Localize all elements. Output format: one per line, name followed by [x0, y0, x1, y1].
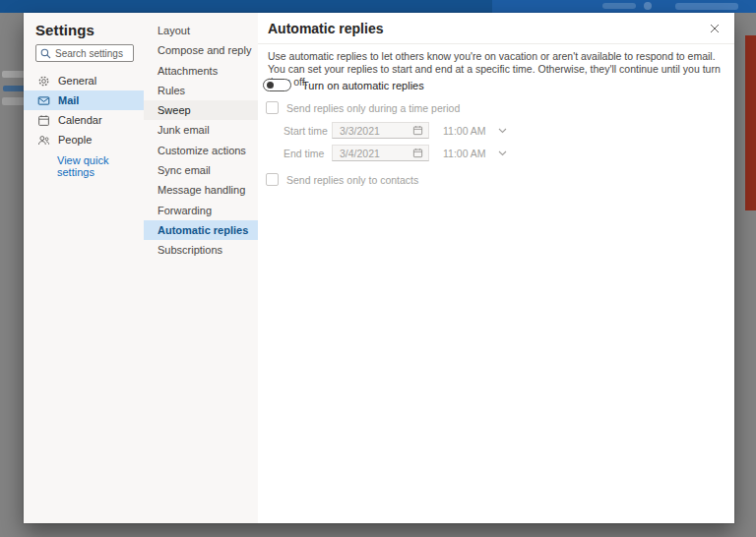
sidebar-item-label: Mail — [58, 94, 79, 106]
settings-sidebar: Settings General Mail — [24, 13, 144, 523]
category-subscriptions[interactable]: Subscriptions — [144, 240, 258, 260]
sidebar-item-label: People — [58, 134, 92, 146]
calendar-picker-icon[interactable] — [412, 125, 423, 136]
close-icon — [710, 24, 720, 33]
start-time-row: Start time 3/3/2021 11:00 AM — [284, 122, 507, 139]
end-time-value[interactable]: 11:00 AM — [443, 148, 486, 159]
search-input[interactable] — [51, 48, 126, 59]
category-junk-email[interactable]: Junk email — [144, 120, 258, 140]
calendar-picker-icon[interactable] — [412, 148, 423, 158]
end-date-input[interactable]: 3/4/2021 — [332, 145, 429, 161]
sidebar-item-mail[interactable]: Mail — [24, 90, 144, 110]
settings-search-box[interactable] — [35, 44, 134, 62]
sidebar-item-people[interactable]: People — [24, 130, 144, 149]
checkbox-unchecked-icon[interactable] — [266, 173, 279, 186]
toggle-label: Turn on automatic replies — [302, 80, 424, 91]
category-layout[interactable]: Layout — [144, 21, 258, 40]
checkbox-label: Send replies only during a time period — [286, 102, 460, 114]
category-message-handling[interactable]: Message handling — [144, 180, 258, 200]
start-time-label: Start time — [284, 125, 332, 137]
category-customize-actions[interactable]: Customize actions — [144, 141, 258, 160]
turn-on-automatic-replies-toggle[interactable]: Turn on automatic replies — [263, 79, 424, 91]
category-sync-email[interactable]: Sync email — [144, 160, 258, 180]
category-compose-and-reply[interactable]: Compose and reply — [144, 40, 258, 60]
category-forwarding[interactable]: Forwarding — [144, 201, 258, 220]
page-title: Automatic replies — [268, 21, 383, 36]
gear-icon — [37, 74, 51, 88]
sidebar-item-label: General — [58, 75, 96, 87]
chevron-down-icon[interactable] — [498, 150, 507, 156]
end-date-value: 3/4/2021 — [340, 148, 412, 159]
checkbox-label: Send replies only to contacts — [286, 174, 418, 186]
toggle-off-icon[interactable] — [263, 79, 291, 91]
end-time-row: End time 3/4/2021 11:00 AM — [284, 145, 507, 161]
start-date-value: 3/3/2021 — [340, 125, 412, 137]
top-bar-menu-remnant — [602, 3, 636, 9]
checkbox-unchecked-icon[interactable] — [266, 101, 279, 114]
chevron-down-icon[interactable] — [498, 128, 507, 134]
top-bar-icon-remnant — [644, 2, 652, 10]
sidebar-item-general[interactable]: General — [24, 71, 144, 90]
start-date-input[interactable]: 3/3/2021 — [332, 122, 429, 139]
mail-icon — [37, 93, 51, 107]
settings-nav-list: General Mail Calendar People — [24, 71, 144, 149]
category-attachments[interactable]: Attachments — [144, 61, 258, 81]
top-bar-label-remnant — [675, 3, 738, 10]
category-rules[interactable]: Rules — [144, 81, 258, 100]
settings-dialog-title: Settings — [35, 22, 94, 38]
time-period-checkbox[interactable]: Send replies only during a time period — [266, 101, 460, 114]
people-icon — [37, 133, 51, 147]
category-sweep[interactable]: Sweep — [144, 100, 258, 120]
view-quick-settings-link[interactable]: View quick settings — [57, 154, 144, 178]
mail-settings-category-list: Layout Compose and reply Attachments Rul… — [144, 13, 258, 523]
header-divider — [258, 43, 734, 44]
sidebar-item-calendar[interactable]: Calendar — [24, 110, 144, 130]
contacts-only-checkbox[interactable]: Send replies only to contacts — [266, 173, 418, 186]
end-time-label: End time — [284, 148, 332, 159]
calendar-icon — [37, 113, 51, 127]
settings-dialog: Settings General Mail — [24, 13, 734, 523]
background-reading-pane-remnant — [745, 35, 756, 210]
sidebar-item-label: Calendar — [58, 114, 102, 126]
start-time-value[interactable]: 11:00 AM — [443, 125, 486, 137]
automatic-replies-panel: Automatic replies Use automatic replies … — [258, 13, 734, 523]
close-button[interactable] — [708, 22, 722, 35]
category-automatic-replies[interactable]: Automatic replies — [144, 220, 258, 240]
search-icon — [40, 48, 51, 59]
